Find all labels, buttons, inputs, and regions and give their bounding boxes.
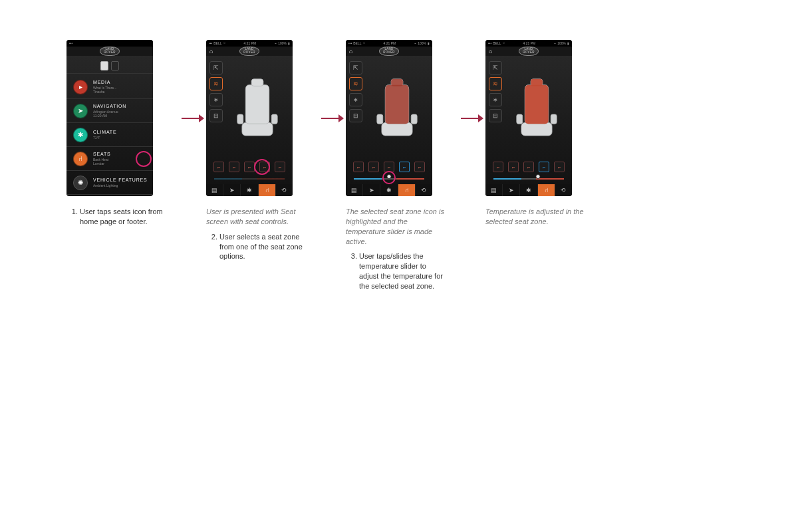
tab-nav[interactable]: ➤ xyxy=(503,184,520,196)
slider-thumb[interactable] xyxy=(387,174,392,179)
home-button[interactable]: ⌂ xyxy=(209,48,213,55)
seat-zone-5[interactable]: ⌐ xyxy=(275,162,285,172)
brand-bar: ⌂ LAND ROVER xyxy=(346,47,432,56)
flow-arrow-icon xyxy=(461,114,483,122)
step3-text: User taps/slides the temperature slider … xyxy=(359,251,446,291)
tab-audio[interactable]: ⟲ xyxy=(555,184,572,196)
tab-nav[interactable]: ➤ xyxy=(223,184,241,196)
slider-thumb[interactable] xyxy=(536,174,541,179)
seat-mode-fan[interactable]: ∗ xyxy=(349,93,362,106)
seat-zone-4[interactable]: ⌐ xyxy=(399,162,410,172)
carrier-label: BELL xyxy=(213,41,221,45)
vf-title: VEHICLE FEATURES xyxy=(93,178,148,183)
seat-selector-top[interactable] xyxy=(66,56,153,73)
seat-mode-column: ⇱ ≋ ∗ ⊟ xyxy=(489,61,503,122)
step-3: •••BELL⌔ 4:21 PM ⌁100%▮ ⌂ LAND ROVER ⇱ ≋… xyxy=(346,40,459,294)
battery-icon: ▮ xyxy=(428,41,430,45)
seats-sub2: Lumbar xyxy=(93,162,110,166)
battery-icon: ▮ xyxy=(288,41,290,45)
carrier-label: BELL xyxy=(493,41,501,45)
seat-mode-column: ⇱ ≋ ∗ ⊟ xyxy=(209,61,224,122)
seat-zone-3[interactable]: ⌐ xyxy=(384,162,394,172)
seat-zone-1[interactable]: ⌐ xyxy=(493,162,503,172)
clock-label: 4:21 PM xyxy=(384,41,396,45)
home-menu: ▸ MEDIA What Is There... Tinashe ➤ NAVIG… xyxy=(66,73,153,196)
seat-zone-row: ⌐ ⌐ ⌐ ⌐ ⌐ xyxy=(210,162,289,172)
step-4: •••BELL⌔ 4:21 PM ⌁100%▮ ⌂ LAND ROVER ⇱ ≋… xyxy=(485,40,598,232)
phone-seat-zone-selected: •••BELL⌔ 4:21 PM ⌁100%▮ ⌂ LAND ROVER ⇱ ≋… xyxy=(346,40,432,196)
menu-item-climate[interactable]: ✱ CLIMATE 71°F xyxy=(66,123,153,147)
svg-rect-5 xyxy=(531,78,543,86)
seat-mode-fan[interactable]: ∗ xyxy=(489,93,502,106)
seat-mode-heat[interactable]: ≋ xyxy=(349,77,362,90)
home-button[interactable]: ⌂ xyxy=(489,48,492,55)
seat-zone-3[interactable]: ⌐ xyxy=(244,162,255,172)
seat-zone-4[interactable]: ⌐ xyxy=(259,162,270,172)
tab-audio[interactable]: ⟲ xyxy=(416,184,432,196)
seat-zone-3[interactable]: ⌐ xyxy=(523,162,534,172)
landrover-logo: LAND ROVER xyxy=(239,47,259,56)
temperature-slider[interactable] xyxy=(489,176,568,182)
climate-title: CLIMATE xyxy=(93,130,116,135)
vehicle-features-icon: ✺ xyxy=(73,176,88,190)
seat-mode-heat[interactable]: ≋ xyxy=(489,77,502,90)
clock-label: 4:21 PM xyxy=(244,41,257,45)
menu-item-navigation[interactable]: ➤ NAVIGATION Arlington Avenue 11:20 AM xyxy=(66,99,153,123)
brand-bar: ⌂ LAND ROVER xyxy=(485,47,572,56)
tab-seats[interactable]: ⑁ xyxy=(259,184,276,196)
seat-mode-fan[interactable]: ∗ xyxy=(209,93,223,106)
tab-climate[interactable]: ✱ xyxy=(241,184,258,196)
seat-mode-link[interactable]: ⇱ xyxy=(209,61,223,74)
wifi-icon: ⌔ xyxy=(503,41,505,45)
temperature-slider[interactable] xyxy=(210,176,289,182)
step2-text: User selects a seat zone from one of the… xyxy=(219,232,306,262)
rear-seat-icon[interactable] xyxy=(111,61,119,70)
brand-bar: ⌂ LAND ROVER xyxy=(206,47,293,56)
tab-seats[interactable]: ⑁ xyxy=(538,184,555,196)
front-seat-icon[interactable] xyxy=(100,61,108,70)
tab-car[interactable]: ▤ xyxy=(485,184,503,196)
home-button[interactable]: ⌂ xyxy=(349,48,352,55)
seat-mode-link[interactable]: ⇱ xyxy=(349,61,362,74)
tab-nav[interactable]: ➤ xyxy=(363,184,380,196)
tab-car[interactable]: ▤ xyxy=(206,184,223,196)
tab-car[interactable]: ▤ xyxy=(346,184,363,196)
seat-zone-2[interactable]: ⌐ xyxy=(508,162,519,172)
navigation-icon: ➤ xyxy=(73,104,88,118)
seat-zone-5[interactable]: ⌐ xyxy=(414,162,425,172)
seat-visual xyxy=(364,59,430,159)
seats-icon: ⑁ xyxy=(73,152,88,166)
temperature-slider[interactable] xyxy=(350,176,428,182)
seat-mode-link[interactable]: ⇱ xyxy=(489,61,502,74)
seat-mode-lumbar[interactable]: ⊟ xyxy=(489,109,502,122)
battery-icon: ▮ xyxy=(567,41,569,45)
seat-mode-heat[interactable]: ≋ xyxy=(209,77,223,90)
tab-seats[interactable]: ⑁ xyxy=(398,184,416,196)
phone-seat-temp-adjusted: •••BELL⌔ 4:21 PM ⌁100%▮ ⌂ LAND ROVER ⇱ ≋… xyxy=(485,40,572,196)
menu-item-vehicle-features[interactable]: ✺ VEHICLE FEATURES Ambient Lighting xyxy=(66,171,153,195)
caption-step-4: Temperature is adjusted in the selected … xyxy=(485,207,585,232)
tab-climate[interactable]: ✱ xyxy=(380,184,398,196)
menu-item-media[interactable]: ▸ MEDIA What Is There... Tinashe xyxy=(66,75,153,99)
svg-rect-4 xyxy=(391,78,403,86)
seat-zone-2[interactable]: ⌐ xyxy=(368,162,379,172)
step-2: •••BELL⌔ 4:21 PM ⌁100%▮ ⌂ LAND ROVER ⇱ ≋… xyxy=(206,40,319,264)
vf-sub1: Ambient Lighting xyxy=(93,184,148,188)
menu-item-seats[interactable]: ⑁ SEATS Back Heat Lumbar xyxy=(66,147,153,171)
caption-step-3: The selected seat zone icon is highlight… xyxy=(346,207,446,294)
seat-mode-lumbar[interactable]: ⊟ xyxy=(209,109,223,122)
tab-climate[interactable]: ✱ xyxy=(520,184,537,196)
tab-audio[interactable]: ⟲ xyxy=(276,184,293,196)
seat-zone-2[interactable]: ⌐ xyxy=(229,162,239,172)
seat-zone-row: ⌐ ⌐ ⌐ ⌐ ⌐ xyxy=(350,162,428,172)
seat-zone-1[interactable]: ⌐ xyxy=(353,162,364,172)
climate-sub1: 71°F xyxy=(93,136,116,140)
seat-zone-4[interactable]: ⌐ xyxy=(539,162,549,172)
seat-mode-lumbar[interactable]: ⊟ xyxy=(349,109,362,122)
landrover-logo: LAND ROVER xyxy=(519,47,539,56)
clock-label: 4:21 PM xyxy=(523,41,536,45)
seat-zone-1[interactable]: ⌐ xyxy=(213,162,224,172)
phone-seat-screen: •••BELL⌔ 4:21 PM ⌁100%▮ ⌂ LAND ROVER ⇱ ≋… xyxy=(206,40,293,196)
seat-zone-5[interactable]: ⌐ xyxy=(554,162,565,172)
media-title: MEDIA xyxy=(93,80,116,85)
